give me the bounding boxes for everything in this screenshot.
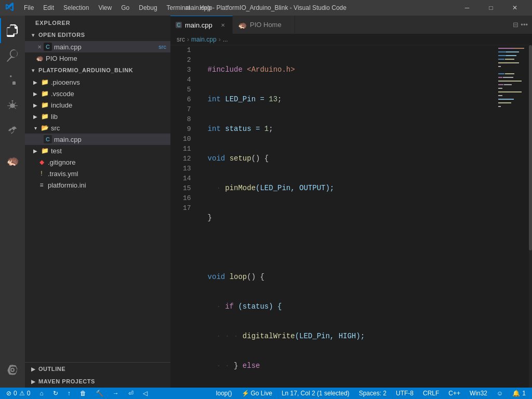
line-num-3: 3 (183, 65, 191, 75)
svg-rect-7 (505, 59, 514, 60)
maven-chevron: ▶ (29, 377, 37, 385)
tree-item-platformio-ini[interactable]: ≡ platformio.ini (25, 179, 170, 191)
breadcrumb-src[interactable]: src (177, 36, 185, 43)
error-icon: ⊘ (6, 390, 11, 397)
code-editor[interactable]: 1 2 3 4 5 6 7 8 9 10 11 12 13 14 15 16 1 (170, 45, 496, 388)
serial-status[interactable]: ⏎ (126, 388, 136, 399)
piooenvs-chevron: ▶ (31, 78, 39, 86)
window-controls: ─ □ ✕ (455, 0, 527, 16)
cursor-position[interactable]: Ln 17, Col 2 (1 selected) (280, 388, 352, 399)
code-line-6: } (208, 213, 496, 223)
piooenvs-label: .piooenvs (51, 78, 166, 86)
maven-projects-header[interactable]: ▶ Maven Projects (25, 375, 170, 388)
line-ending[interactable]: CRLF (421, 388, 441, 399)
close-button[interactable]: ✕ (503, 0, 527, 16)
open-editors-label: Open Editors (38, 32, 85, 38)
notifications-count: 1 (522, 390, 526, 397)
menu-debug[interactable]: Debug (135, 3, 161, 12)
build-status[interactable]: 🔨 (94, 388, 105, 399)
home-status[interactable]: ⌂ (37, 388, 45, 399)
tab-main-cpp[interactable]: C main.cpp ✕ (170, 16, 233, 34)
more-actions-icon[interactable]: ••• (521, 21, 528, 29)
open-editors-list: ✕ C main.cpp src 🦔 PIO Home (25, 41, 170, 64)
settings-activity-icon[interactable] (0, 357, 25, 382)
cursor-position-label: Ln 17, Col 2 (1 selected) (282, 390, 350, 397)
search-activity-icon[interactable] (0, 43, 25, 68)
project-header[interactable]: ▾ PlatformIO_Arduino_Blink (25, 64, 170, 76)
code-line-8: void loop() { (208, 272, 496, 282)
line-num-17: 17 (183, 203, 191, 213)
sync-status[interactable]: ↻ (51, 388, 60, 399)
source-control-activity-icon[interactable] (0, 68, 25, 93)
tree-item-main-cpp[interactable]: C main.cpp (25, 134, 170, 145)
src-folder-open-icon: 📂 (41, 124, 49, 132)
feedback-icon: ☺ (497, 390, 503, 397)
line-num-12: 12 (183, 154, 191, 164)
activity-bar-bottom (0, 357, 25, 388)
tree-item-vscode[interactable]: ▶ 📁 .vscode (25, 88, 170, 99)
svg-rect-4 (498, 55, 506, 56)
encoding[interactable]: UTF-8 (394, 388, 416, 399)
tree-item-lib[interactable]: ▶ 📁 lib (25, 111, 170, 122)
menu-edit[interactable]: Edit (39, 3, 58, 12)
errors-indicator[interactable]: ⊘ 0 ⚠ 0 (4, 388, 32, 399)
menu-view[interactable]: View (94, 3, 116, 12)
notifications-button[interactable]: 🔔 1 (510, 388, 528, 399)
debug-activity-icon[interactable] (0, 93, 25, 118)
indentation[interactable]: Spaces: 2 (357, 388, 389, 399)
back-status[interactable]: ◁ (141, 388, 150, 399)
platform[interactable]: Win32 (468, 388, 489, 399)
extensions-activity-icon[interactable] (0, 118, 25, 143)
tree-item-travis[interactable]: ! .travis.yml (25, 168, 170, 179)
error-count: 0 (14, 390, 17, 397)
breadcrumb-ellipsis[interactable]: ... (223, 36, 228, 43)
menu-file[interactable]: File (20, 3, 38, 12)
platformio-activity-icon[interactable]: 🦔 (0, 148, 25, 173)
minimize-button[interactable]: ─ (455, 0, 479, 16)
svg-rect-19 (498, 95, 502, 96)
go-live-icon: ⚡ (242, 390, 249, 397)
line-num-9: 9 (183, 124, 191, 134)
delete-status[interactable]: 🗑 (78, 388, 88, 399)
feedback-button[interactable]: ☺ (495, 388, 505, 399)
project-chevron: ▾ (29, 66, 37, 74)
notifications-icon: 🔔 (512, 390, 520, 397)
tree-item-src[interactable]: ▾ 📂 src (25, 122, 170, 134)
tree-item-include[interactable]: ▶ 📁 include (25, 99, 170, 111)
code-content[interactable]: #include <Arduino.h> int LED_Pin = 13; i… (197, 45, 496, 388)
split-editor-icon[interactable]: ⊟ (513, 21, 518, 29)
svg-rect-0 (498, 48, 514, 49)
function-context[interactable]: loop() (214, 388, 234, 399)
tab-more-button[interactable]: ⊟ ••• (509, 21, 532, 29)
close-main-cpp-icon[interactable]: ✕ (35, 43, 44, 51)
line-num-16: 16 (183, 193, 191, 203)
open-editors-header[interactable]: ▾ Open Editors (25, 29, 170, 41)
breadcrumb-main-cpp[interactable]: main.cpp (191, 36, 217, 43)
tab-main-cpp-close[interactable]: ✕ (219, 21, 227, 29)
tab-main-cpp-icon: C (176, 22, 182, 28)
go-live-label: Go Live (251, 390, 272, 397)
language-mode[interactable]: C++ (446, 388, 462, 399)
maven-label: Maven Projects (38, 378, 95, 384)
open-editor-main-cpp[interactable]: ✕ C main.cpp src (25, 41, 170, 52)
go-live-button[interactable]: ⚡ Go Live (240, 390, 274, 397)
tab-pio-home[interactable]: 🦔 PIO Home (233, 16, 295, 34)
tree-item-test[interactable]: ▶ 📁 test (25, 145, 170, 156)
open-editor-pio-home[interactable]: 🦔 PIO Home (25, 52, 170, 64)
platform-label: Win32 (470, 390, 487, 397)
vscode-logo (5, 2, 15, 14)
menu-go[interactable]: Go (117, 3, 134, 12)
tree-item-gitignore[interactable]: ◆ .gitignore (25, 156, 170, 168)
outline-label: Outline (38, 366, 65, 372)
breadcrumb-sep-1: › (187, 36, 189, 43)
tree-item-piooenvs[interactable]: ▶ 📁 .piooenvs (25, 76, 170, 88)
svg-rect-21 (498, 102, 511, 103)
explorer-activity-icon[interactable] (0, 18, 25, 43)
menu-selection[interactable]: Selection (59, 3, 93, 12)
maximize-button[interactable]: □ (479, 0, 503, 16)
upload-status[interactable]: ↑ (65, 388, 73, 399)
line-num-14: 14 (183, 174, 191, 183)
travis-label: .travis.yml (48, 170, 166, 178)
outline-header[interactable]: ▶ Outline (25, 363, 170, 375)
arrow-status[interactable]: → (111, 388, 121, 399)
